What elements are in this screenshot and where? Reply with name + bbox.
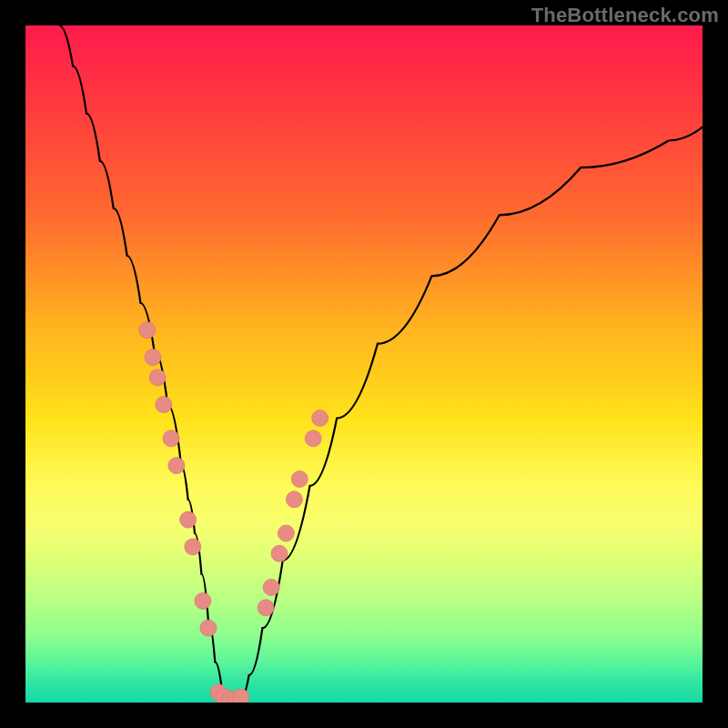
marker-dot (163, 430, 179, 447)
marker-dot (149, 369, 166, 386)
marker-dot (168, 458, 185, 474)
marker-dot (286, 491, 302, 508)
marker-dot (278, 525, 294, 541)
marker-dot (233, 689, 249, 703)
marker-dot (312, 410, 329, 427)
marker-dot (263, 580, 279, 596)
watermark-text: TheBottleneck.com (531, 4, 719, 27)
marker-dot (291, 471, 308, 488)
marker-dot (305, 430, 321, 447)
plot-area (25, 25, 703, 703)
marker-dots (139, 322, 329, 703)
marker-dot (185, 539, 201, 555)
marker-dot (195, 592, 211, 609)
marker-dot (271, 545, 288, 561)
marker-dot (200, 620, 217, 636)
marker-dot (145, 349, 161, 366)
marker-dot (180, 511, 197, 528)
marker-dot (156, 397, 172, 413)
marker-dot (258, 600, 274, 616)
chart-frame: TheBottleneck.com (0, 0, 728, 728)
marker-dot (139, 322, 156, 339)
curve-svg (25, 25, 703, 703)
